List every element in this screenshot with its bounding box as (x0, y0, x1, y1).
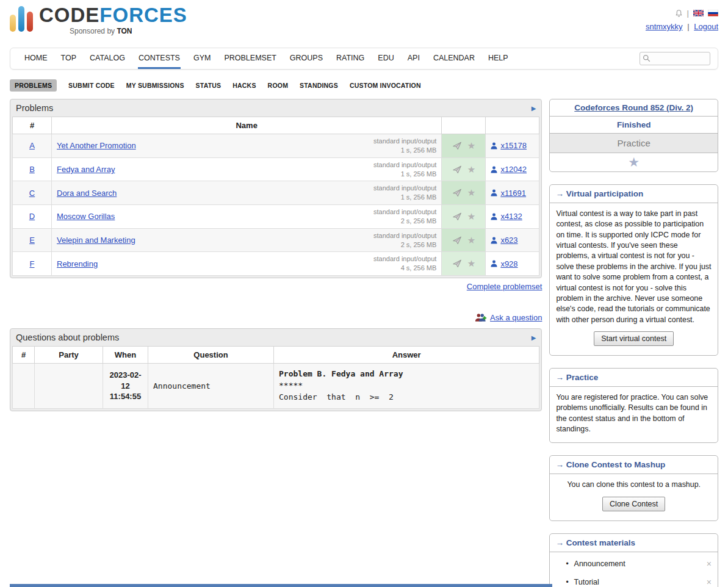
problem-row: B Fedya and Arraystandard input/output1 … (13, 157, 539, 181)
problem-letter-link[interactable]: D (29, 212, 35, 221)
clone-contest-box: → Clone Contest to Mashup You can clone … (549, 455, 718, 520)
problem-letter-link[interactable]: B (29, 165, 35, 174)
qcol-header-answer: Answer (274, 347, 539, 364)
submit-plane-icon[interactable] (452, 236, 462, 245)
contest-title-link[interactable]: Codeforces Round 852 (Div. 2) (574, 103, 693, 112)
contest-subnav: PROBLEMS SUBMIT CODE MY SUBMISSIONS STAT… (10, 79, 718, 92)
submit-plane-icon[interactable] (452, 165, 462, 174)
contest-status: Finished (550, 117, 718, 134)
problem-name-link[interactable]: Yet Another Promotion (57, 141, 136, 150)
complete-problemset-link[interactable]: Complete problemset (467, 282, 542, 291)
material-tutorial-link[interactable]: Tutorial (574, 578, 599, 586)
question-answer: Problem B. Fedya and Array ***** Conside… (274, 364, 539, 409)
contest-materials-title[interactable]: → Contest materials (555, 538, 635, 547)
submit-plane-icon[interactable] (452, 259, 462, 268)
english-flag-icon[interactable] (693, 10, 704, 16)
material-announcement-link[interactable]: Announcement (574, 560, 625, 568)
solved-user-icon (491, 237, 497, 244)
nav-item-contests[interactable]: CONTESTS (138, 48, 181, 69)
favorite-star-icon[interactable]: ★ (467, 212, 475, 221)
questions-collapse-arrow-icon[interactable]: ▶ (532, 334, 536, 341)
favorite-star-icon[interactable]: ★ (467, 189, 475, 197)
russian-flag-icon[interactable] (708, 10, 718, 16)
problem-letter-link[interactable]: F (30, 259, 35, 268)
clone-contest-text: You can clone this contest to a mashup. (556, 480, 712, 490)
solved-user-icon (491, 260, 497, 267)
ask-question-link[interactable]: Ask a question (490, 313, 542, 322)
problem-row: A Yet Another Promotionstandard input/ou… (13, 134, 539, 158)
solved-count-link[interactable]: x11691 (500, 189, 526, 198)
contest-materials-box: → Contest materials • Announcement × • T… (549, 533, 718, 587)
solved-count-link[interactable]: x15178 (500, 141, 527, 150)
solved-user-icon (491, 142, 497, 149)
problem-letter-link[interactable]: E (29, 236, 35, 245)
practice-title[interactable]: → Practice (555, 373, 598, 382)
problem-name-link[interactable]: Dora and Search (57, 189, 117, 198)
start-virtual-contest-button[interactable]: Start virtual contest (594, 331, 674, 346)
col-header-name: Name (52, 117, 442, 134)
nav-item-calendar[interactable]: CALENDAR (433, 48, 475, 69)
solved-user-icon (491, 189, 497, 196)
col-header-actions (442, 117, 486, 134)
material-item: • Tutorial × (550, 573, 718, 587)
favorite-star-icon[interactable]: ★ (467, 259, 475, 268)
subnav-standings[interactable]: STANDINGS (300, 82, 338, 89)
problem-limits: standard input/output1 s, 256 MB (373, 184, 436, 202)
subnav-my-submissions[interactable]: MY SUBMISSIONS (126, 82, 184, 89)
bullet-icon: • (566, 560, 568, 568)
nav-item-api[interactable]: API (407, 48, 420, 69)
nav-item-groups[interactable]: GROUPS (289, 48, 323, 69)
username-link[interactable]: sntmxykky (646, 22, 683, 31)
submit-plane-icon[interactable] (452, 142, 462, 150)
nav-item-problemset[interactable]: PROBLEMSET (223, 48, 276, 69)
subnav-status[interactable]: STATUS (196, 82, 222, 89)
col-header-id: # (13, 117, 52, 134)
subnav-submit-code[interactable]: SUBMIT CODE (68, 82, 115, 89)
problem-name-link[interactable]: Moscow Gorillas (57, 212, 115, 221)
nav-item-home[interactable]: HOME (24, 48, 48, 69)
favorite-star-icon[interactable]: ★ (467, 165, 475, 174)
problem-name-link[interactable]: Velepin and Marketing (57, 236, 135, 245)
contest-favorite-star-icon[interactable]: ★ (628, 156, 640, 169)
sponsored-text: Sponsored by TON (39, 27, 187, 35)
bell-icon[interactable] (675, 9, 683, 17)
problem-name-link[interactable]: Rebrending (57, 259, 98, 268)
nav-item-catalog[interactable]: CATALOG (89, 48, 126, 69)
subnav-hacks[interactable]: HACKS (232, 82, 256, 89)
solved-count-link[interactable]: x928 (500, 259, 517, 268)
problems-collapse-arrow-icon[interactable]: ▶ (532, 105, 536, 112)
logout-link[interactable]: Logout (694, 22, 718, 31)
clone-contest-title[interactable]: → Clone Contest to Mashup (555, 460, 665, 469)
favorite-star-icon[interactable]: ★ (467, 236, 475, 245)
clone-contest-button[interactable]: Clone Contest (602, 497, 665, 511)
subnav-room[interactable]: ROOM (268, 82, 288, 89)
problems-table: # Name A Yet Another Promotionstandard i… (12, 117, 539, 276)
nav-item-rating[interactable]: RATING (336, 48, 365, 69)
nav-item-edu[interactable]: EDU (377, 48, 394, 69)
solved-count-link[interactable]: x4132 (500, 212, 522, 221)
solved-user-icon (491, 166, 497, 173)
material-close-icon[interactable]: × (707, 577, 712, 587)
subnav-problems[interactable]: PROBLEMS (10, 79, 57, 92)
problem-name-link[interactable]: Fedya and Array (57, 165, 115, 174)
codeforces-logo[interactable]: CODEFORCES Sponsored by TON (10, 5, 187, 45)
nav-item-gym[interactable]: GYM (193, 48, 211, 69)
ask-question-icon (475, 313, 486, 322)
nav-item-help[interactable]: HELP (488, 48, 509, 69)
material-close-icon[interactable]: × (707, 559, 712, 569)
qcol-header-party: Party (35, 347, 103, 364)
solved-count-link[interactable]: x623 (500, 236, 517, 245)
virtual-participation-title[interactable]: → Virtual participation (555, 189, 643, 198)
codeforces-logo-icon (10, 5, 33, 32)
qcol-header-when: When (103, 347, 148, 364)
problem-letter-link[interactable]: A (29, 141, 35, 150)
favorite-star-icon[interactable]: ★ (467, 142, 475, 150)
questions-section: Questions about problems ▶ # Party When … (10, 328, 542, 411)
solved-count-link[interactable]: x12042 (500, 165, 527, 174)
nav-item-top[interactable]: TOP (60, 48, 77, 69)
problem-letter-link[interactable]: C (29, 189, 35, 198)
submit-plane-icon[interactable] (452, 189, 462, 197)
submit-plane-icon[interactable] (452, 212, 462, 221)
problem-row: C Dora and Searchstandard input/output1 … (13, 181, 539, 205)
subnav-custom-invocation[interactable]: CUSTOM INVOCATION (350, 82, 421, 89)
